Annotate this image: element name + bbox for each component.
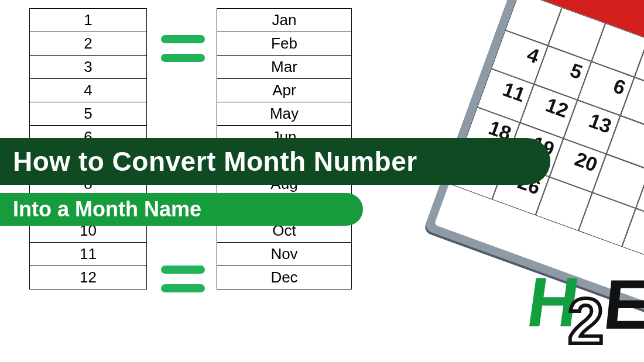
- month-cell: Nov: [217, 243, 352, 266]
- month-cell: Apr: [217, 79, 352, 102]
- title-primary: How to Convert Month Number: [0, 138, 550, 185]
- number-cell: 4: [30, 79, 147, 102]
- table-row: Apr: [217, 79, 352, 102]
- table-row: Jan: [217, 9, 352, 32]
- equals-icon: [161, 266, 205, 292]
- table-row: 11: [30, 243, 147, 266]
- table-row: 1: [30, 9, 147, 32]
- table-row: Feb: [217, 32, 352, 56]
- table-row: 2: [30, 32, 147, 56]
- h2e-logo: H 2 E: [526, 261, 643, 361]
- table-row: May: [217, 102, 352, 126]
- equals-icon: [161, 35, 205, 62]
- number-cell: 3: [30, 56, 147, 79]
- table-row: 4: [30, 79, 147, 102]
- number-cell: 1: [30, 9, 147, 32]
- month-cell: Feb: [217, 32, 352, 56]
- number-cell: 2: [30, 32, 147, 56]
- logo-letter-e: E: [600, 264, 644, 344]
- month-cell: Jan: [217, 9, 352, 32]
- table-row: Nov: [217, 243, 352, 266]
- number-cell: 11: [30, 243, 147, 266]
- table-row: 5: [30, 102, 147, 126]
- table-row: Mar: [217, 56, 352, 79]
- number-cell: 12: [30, 266, 147, 289]
- table-row: 12: [30, 266, 147, 289]
- number-cell: 5: [30, 102, 147, 126]
- month-cell: May: [217, 102, 352, 126]
- title-secondary: Into a Month Name: [0, 193, 363, 226]
- logo-letter-2: 2: [568, 284, 604, 358]
- month-cell: Mar: [217, 56, 352, 79]
- month-cell: Dec: [217, 266, 352, 289]
- thumbnail-graphic: 1 2 3 4 5 6 7 8 9 10 11 12 Jan Feb Mar A…: [0, 0, 644, 362]
- table-row: 3: [30, 56, 147, 79]
- table-row: Dec: [217, 266, 352, 289]
